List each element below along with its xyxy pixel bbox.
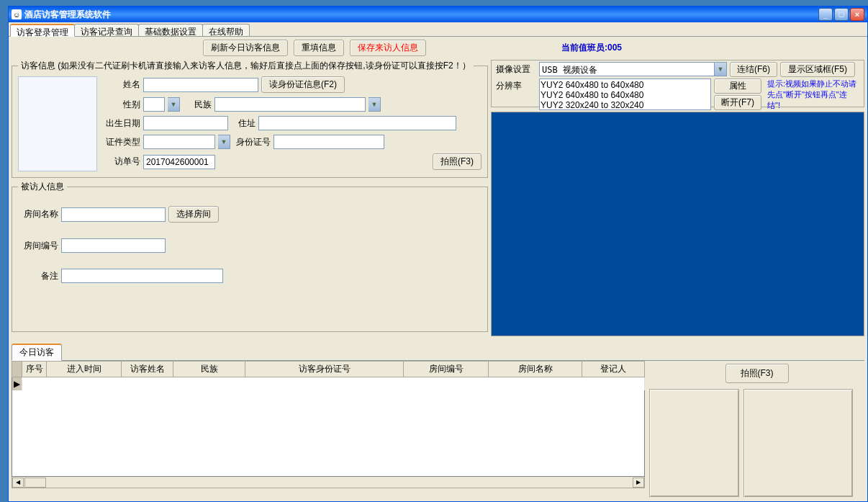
address-input[interactable] — [258, 116, 456, 130]
id-type-label: 证件类型 — [101, 136, 140, 148]
main-tabs: 访客登录管理 访客记录查询 基础数据设置 在线帮助 — [9, 22, 867, 37]
visitor-info-legend: 访客信息 (如果没有二代证刷卡机请直接输入来访客人信息，输好后直接点上面的保存按… — [18, 60, 474, 72]
ethnicity-label: 民族 — [183, 99, 212, 111]
birth-label: 出生日期 — [101, 117, 140, 130]
visited-info-group: 被访人信息 房间名称 选择房间 房间编号 备注 — [12, 181, 488, 332]
capture-button[interactable]: 拍照(F3) — [725, 364, 789, 383]
camera-device-label: 摄像设置 — [496, 62, 536, 76]
capture-preview-2 — [743, 389, 853, 497]
visit-no-label: 访单号 — [101, 156, 140, 168]
room-name-label: 房间名称 — [18, 208, 58, 220]
horizontal-scrollbar[interactable]: ◀ ▶ — [12, 477, 645, 488]
col-enter-time[interactable]: 进入时间 — [47, 362, 122, 377]
refresh-button[interactable]: 刷新今日访客信息 — [203, 40, 288, 56]
toolbar: 刷新今日访客信息 重填信息 保存来访人信息 当前值班员:005 — [9, 37, 867, 58]
birth-input[interactable] — [143, 116, 228, 130]
col-visitor-name[interactable]: 访客姓名 — [122, 362, 173, 377]
scroll-left-icon[interactable]: ◀ — [12, 478, 24, 488]
bottom-tab-bar: 今日访客 — [12, 344, 864, 361]
tab-visitor-login[interactable]: 访客登录管理 — [10, 24, 75, 37]
room-no-input[interactable] — [61, 238, 166, 253]
grid-row-selector-header — [12, 362, 22, 377]
tab-base-data[interactable]: 基础数据设置 — [138, 24, 203, 36]
name-label: 姓名 — [101, 79, 140, 91]
room-no-label: 房间编号 — [18, 240, 58, 252]
app-window: ☺ 酒店访客管理系统软件 _ □ × 访客登录管理 访客记录查询 基础数据设置 … — [8, 6, 868, 502]
show-frame-button[interactable]: 显示区域框(F5) — [780, 62, 855, 77]
resolution-list[interactable]: YUY2 640x480 to 640x480 YUY2 640x480 to … — [539, 79, 711, 110]
ethnicity-dropdown-icon[interactable] — [369, 97, 381, 112]
refill-button[interactable]: 重填信息 — [294, 40, 344, 56]
camera-hint: 提示:视频如果静止不动请先点"断开"按钮再点"连结"! — [764, 79, 859, 111]
visitor-info-group: 访客信息 (如果没有二代证刷卡机请直接输入来访客人信息，输好后直接点上面的保存按… — [12, 60, 488, 178]
maximize-button[interactable]: □ — [834, 8, 849, 21]
camera-settings-group: 摄像设置 USB 视频设备 连结(F6) 显示区域框(F5) — [491, 60, 864, 107]
connect-button[interactable]: 连结(F6) — [730, 62, 777, 77]
content-area: 刷新今日访客信息 重填信息 保存来访人信息 当前值班员:005 访客信息 (如果… — [9, 37, 867, 498]
col-room-no[interactable]: 房间编号 — [404, 362, 489, 377]
visited-info-legend: 被访人信息 — [18, 181, 67, 193]
remark-label: 备注 — [18, 270, 58, 282]
name-input[interactable] — [143, 78, 258, 92]
left-column: 访客信息 (如果没有二代证刷卡机请直接输入来访客人信息，输好后直接点上面的保存按… — [12, 60, 488, 336]
resolution-label: 分辨率 — [496, 79, 536, 92]
id-type-dropdown-icon[interactable] — [218, 135, 230, 149]
col-ethnicity[interactable]: 民族 — [173, 362, 245, 377]
window-controls: _ □ × — [818, 8, 864, 21]
right-column: 摄像设置 USB 视频设备 连结(F6) 显示区域框(F5) — [491, 60, 864, 336]
scroll-thumb[interactable] — [24, 478, 46, 488]
minimize-button[interactable]: _ — [818, 8, 833, 21]
id-number-label: 身份证号 — [233, 136, 271, 148]
main-area: 访客信息 (如果没有二代证刷卡机请直接输入来访客人信息，输好后直接点上面的保存按… — [9, 58, 867, 338]
close-button[interactable]: × — [850, 8, 864, 21]
video-preview — [491, 112, 864, 336]
room-name-input[interactable] — [61, 207, 166, 222]
tab-today-visitors[interactable]: 今日访客 — [12, 344, 62, 361]
window-title: 酒店访客管理系统软件 — [24, 9, 818, 21]
disconnect-button[interactable]: 断开(F7) — [714, 95, 761, 110]
id-number-input[interactable] — [273, 135, 384, 149]
gender-dropdown-icon[interactable] — [168, 97, 180, 112]
row-indicator-icon: ▶ — [12, 377, 22, 390]
ethnicity-input[interactable] — [214, 97, 366, 112]
visit-no-input[interactable] — [143, 155, 215, 169]
properties-button[interactable]: 属性 — [714, 79, 761, 94]
current-staff: 当前值班员:005 — [561, 42, 622, 54]
grid-container: 序号 进入时间 访客姓名 民族 访客身份证号 房间编号 房间名称 登记人 — [12, 361, 645, 497]
col-registrar[interactable]: 登记人 — [582, 362, 645, 377]
col-room-name[interactable]: 房间名称 — [489, 362, 582, 377]
app-icon: ☺ — [12, 9, 22, 19]
col-seq[interactable]: 序号 — [22, 362, 47, 377]
read-id-button[interactable]: 读身份证信息(F2) — [261, 76, 345, 93]
bottom-right-panel: 拍照(F3) — [649, 361, 864, 497]
take-photo-button[interactable]: 拍照(F3) — [433, 153, 482, 170]
gender-label: 性别 — [101, 99, 140, 111]
capture-preview-1 — [649, 389, 739, 497]
camera-device-dropdown-icon[interactable] — [715, 62, 727, 76]
tab-visitor-query[interactable]: 访客记录查询 — [74, 24, 139, 36]
select-room-button[interactable]: 选择房间 — [168, 206, 219, 223]
tab-help[interactable]: 在线帮助 — [202, 24, 250, 36]
address-label: 住址 — [231, 117, 256, 130]
save-button[interactable]: 保存来访人信息 — [350, 40, 426, 56]
remark-input[interactable] — [61, 269, 223, 283]
bottom-section: 今日访客 序号 进入时间 访客姓名 民族 访客身份证号 — [9, 342, 867, 498]
photo-preview — [18, 76, 97, 171]
col-id-number[interactable]: 访客身份证号 — [245, 362, 404, 377]
visitors-grid[interactable]: 序号 进入时间 访客姓名 民族 访客身份证号 房间编号 房间名称 登记人 — [12, 361, 645, 477]
camera-device-select[interactable]: USB 视频设备 — [539, 62, 715, 76]
gender-input[interactable] — [143, 97, 165, 112]
scroll-right-icon[interactable]: ▶ — [633, 478, 644, 488]
title-bar: ☺ 酒店访客管理系统软件 _ □ × — [9, 6, 867, 22]
grid-current-row[interactable]: ▶ — [12, 377, 645, 390]
id-type-input[interactable] — [143, 135, 215, 149]
